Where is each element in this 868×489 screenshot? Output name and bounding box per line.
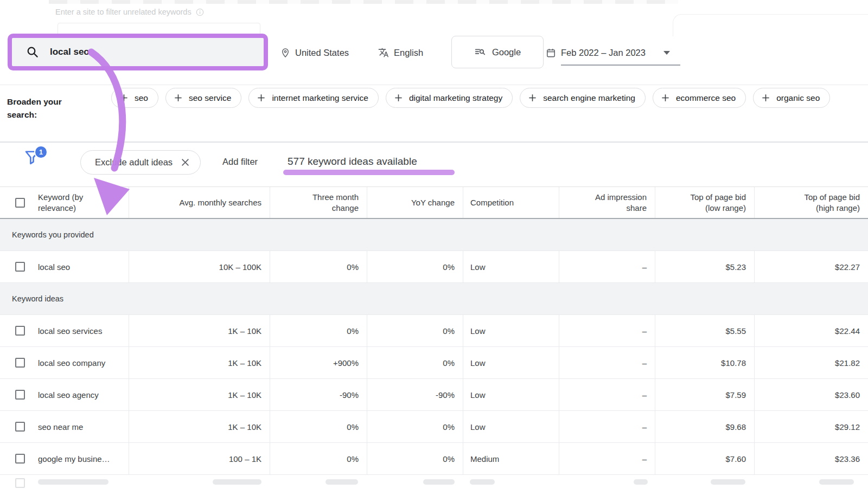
header-top-of-page-bid-high[interactable]: Top of page bid (high range) xyxy=(754,187,868,218)
bid-high-cell: $21.82 xyxy=(754,347,868,378)
row-checkbox[interactable] xyxy=(15,358,25,368)
yoy-cell: 0% xyxy=(367,347,463,378)
header-label: Three month change xyxy=(302,192,359,213)
yoy-cell: -90% xyxy=(367,379,463,410)
filter-count-badge: 1 xyxy=(34,145,48,159)
background-card-edge xyxy=(673,14,868,36)
row-checkbox[interactable] xyxy=(15,422,25,432)
bid-high-cell: $22.44 xyxy=(754,315,868,346)
translate-icon xyxy=(378,47,389,58)
network-selector-button[interactable]: Google xyxy=(451,36,544,68)
keyword-ideas-table: Keyword (by relevance) Avg. monthly sear… xyxy=(0,186,868,475)
avg-monthly-cell: 1K – 10K xyxy=(129,379,270,410)
active-filter-label: Exclude adult ideas xyxy=(95,157,173,168)
header-top-of-page-bid-low[interactable]: Top of page bid (low range) xyxy=(655,187,754,218)
three-month-cell: -90% xyxy=(270,379,367,410)
competition-cell: Low xyxy=(463,251,559,282)
section-label: Keyword ideas xyxy=(12,294,63,303)
bid-low-cell: $10.78 xyxy=(655,347,754,378)
row-checkbox[interactable] xyxy=(15,326,25,336)
divider xyxy=(0,85,868,85)
chip-label: seo service xyxy=(189,93,231,103)
top-cropped-content xyxy=(49,0,678,4)
chip-label: organic seo xyxy=(776,93,820,103)
section-label: Keywords you provided xyxy=(12,230,94,239)
table-row: seo near me 1K – 10K 0% 0% Low – $9.68 $… xyxy=(0,411,868,443)
chip-label: search engine marketing xyxy=(543,93,635,103)
broaden-chip-internet-marketing-service[interactable]: internet marketing service xyxy=(248,88,378,108)
chip-label: ecommerce seo xyxy=(676,93,736,103)
keyword-cell: local seo services xyxy=(38,326,102,336)
select-all-checkbox[interactable] xyxy=(15,198,25,208)
broaden-chip-digital-marketing-strategy[interactable]: digital marketing strategy xyxy=(386,88,513,108)
broaden-chip-search-engine-marketing[interactable]: search engine marketing xyxy=(520,88,646,108)
header-keyword[interactable]: Keyword (by relevance) xyxy=(0,187,129,218)
header-label: Top of page bid (high range) xyxy=(792,192,860,213)
keyword-cell: seo near me xyxy=(38,422,83,432)
header-avg-monthly-searches[interactable]: Avg. monthly searches xyxy=(129,187,270,218)
plus-icon xyxy=(661,93,670,102)
header-competition[interactable]: Competition xyxy=(463,187,559,218)
avg-monthly-cell: 10K – 100K xyxy=(129,251,270,282)
location-label: United States xyxy=(295,48,349,58)
broaden-chip-ecommerce-seo[interactable]: ecommerce seo xyxy=(653,88,746,108)
date-range-selector[interactable]: Feb 2022 – Jan 2023 xyxy=(546,46,670,60)
location-selector[interactable]: United States xyxy=(280,46,349,60)
ad-share-cell: – xyxy=(559,379,655,410)
plus-icon xyxy=(394,93,403,102)
active-filter-chip[interactable]: Exclude adult ideas xyxy=(80,150,201,175)
chip-label: internet marketing service xyxy=(272,93,368,103)
date-range-underline xyxy=(561,65,680,66)
row-checkbox[interactable] xyxy=(15,390,25,400)
three-month-cell: 0% xyxy=(270,411,367,442)
table-row: google my busine… 100 – 1K 0% 0% Medium … xyxy=(0,443,868,475)
plus-icon xyxy=(761,93,770,102)
competition-cell: Medium xyxy=(463,443,559,474)
avg-monthly-cell: 1K – 10K xyxy=(129,315,270,346)
row-checkbox[interactable] xyxy=(15,262,25,272)
section-keywords-you-provided: Keywords you provided xyxy=(0,219,868,251)
search-query-text: local seo xyxy=(50,47,90,57)
competition-cell: Low xyxy=(463,411,559,442)
broaden-chip-seo-service[interactable]: seo service xyxy=(165,88,241,108)
bid-high-cell: $23.60 xyxy=(754,379,868,410)
divider xyxy=(0,141,868,143)
row-checkbox[interactable] xyxy=(15,454,25,464)
keyword-search-input[interactable]: local seo xyxy=(8,34,268,70)
plus-icon xyxy=(528,93,537,102)
keyword-cell: local seo agency xyxy=(38,390,99,400)
ad-share-cell: – xyxy=(559,315,655,346)
language-selector[interactable]: English xyxy=(378,46,423,60)
header-three-month-change[interactable]: Three month change xyxy=(270,187,367,218)
table-header-row: Keyword (by relevance) Avg. monthly sear… xyxy=(0,187,868,219)
broaden-chip-organic-seo[interactable]: organic seo xyxy=(753,88,830,108)
header-yoy-change[interactable]: YoY change xyxy=(367,187,463,218)
row-checkbox xyxy=(15,478,25,488)
chip-label: digital marketing strategy xyxy=(409,93,502,103)
close-icon[interactable] xyxy=(181,158,190,167)
search-icon xyxy=(26,46,39,59)
site-filter-faded-label: Enter a site to filter unrelated keyword… xyxy=(55,8,204,16)
header-label: Keyword (by relevance) xyxy=(38,192,108,213)
network-label: Google xyxy=(492,47,521,57)
yoy-cell: 0% xyxy=(367,443,463,474)
broaden-chip-seo[interactable]: seo xyxy=(111,88,158,108)
result-count-text: 577 keyword ideas available xyxy=(288,156,417,168)
ad-share-cell: – xyxy=(559,411,655,442)
ad-share-cell: – xyxy=(559,347,655,378)
manage-search-icon xyxy=(474,46,486,58)
chip-label: seo xyxy=(135,93,148,103)
yoy-cell: 0% xyxy=(367,315,463,346)
header-label: Avg. monthly searches xyxy=(180,197,261,208)
add-filter-button[interactable]: Add filter xyxy=(222,157,258,167)
ad-share-cell: – xyxy=(559,443,655,474)
info-icon xyxy=(196,8,204,16)
filter-funnel-button[interactable]: 1 xyxy=(23,147,47,171)
three-month-cell: 0% xyxy=(270,251,367,282)
yoy-cell: 0% xyxy=(367,411,463,442)
ad-share-cell: – xyxy=(559,251,655,282)
header-ad-impression-share[interactable]: Ad impression share xyxy=(559,187,655,218)
bid-low-cell: $5.23 xyxy=(655,251,754,282)
bid-low-cell: $7.60 xyxy=(655,443,754,474)
plus-icon xyxy=(174,93,183,102)
